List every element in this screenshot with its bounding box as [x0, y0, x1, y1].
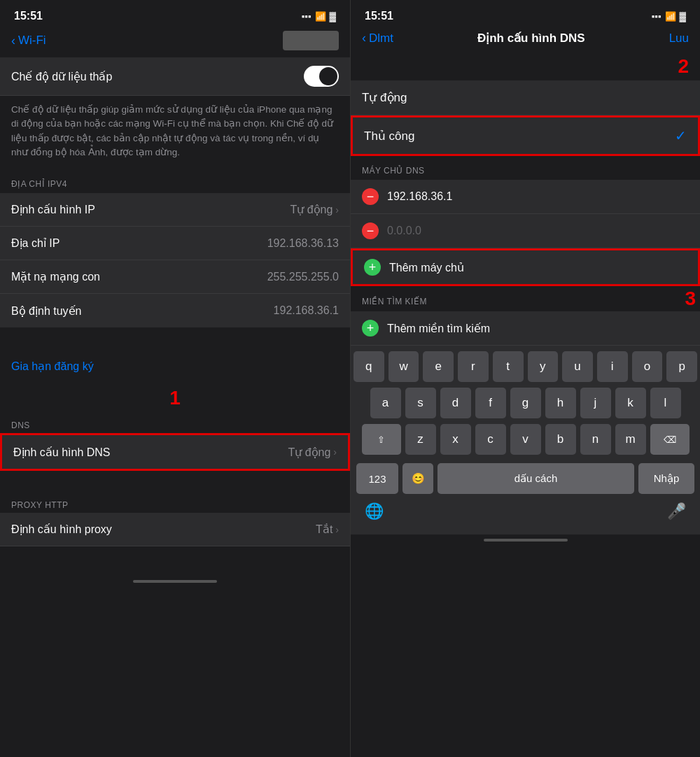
key-y[interactable]: y [528, 351, 559, 382]
ip-address-label: Địa chỉ IP [11, 236, 59, 250]
dns-minus-2-icon[interactable] [362, 222, 379, 239]
key-p[interactable]: p [666, 351, 697, 382]
key-q[interactable]: q [354, 351, 384, 382]
key-123[interactable]: 123 [356, 463, 398, 494]
search-domain-header: MIỀN TÌM KIẾM 3 [351, 286, 700, 311]
key-f[interactable]: f [475, 388, 506, 418]
right-save-button[interactable]: Luu [669, 31, 689, 45]
right-signal-icon: ▪▪▪ [652, 11, 662, 22]
add-domain-plus-icon[interactable] [362, 320, 379, 337]
right-back-chevron: ‹ [362, 31, 366, 45]
manual-label: Thủ công [364, 129, 414, 143]
left-home-indicator [133, 580, 217, 583]
add-domain-label: Thêm miền tìm kiếm [387, 322, 490, 335]
keyboard-row-2: a s d f g h j k l [354, 388, 697, 418]
key-o[interactable]: o [632, 351, 663, 382]
left-back-chevron: ‹ [11, 34, 15, 48]
add-server-plus-icon[interactable] [364, 259, 381, 276]
key-t[interactable]: t [493, 351, 524, 382]
key-r[interactable]: r [458, 351, 489, 382]
key-enter[interactable]: Nhập [638, 463, 694, 494]
annotation-1-container: 1 [0, 383, 350, 413]
annotation-2: 2 [673, 54, 693, 79]
mode-cells: Tự động Thủ công ✓ [351, 80, 700, 156]
right-wifi-icon: 📶 [665, 11, 676, 22]
key-w[interactable]: w [388, 351, 419, 382]
annotation-1: 1 [165, 385, 185, 411]
ip-address-value: 192.168.36.13 [267, 237, 339, 250]
key-s[interactable]: s [405, 388, 436, 418]
right-back-button[interactable]: ‹ Dlmt [362, 31, 393, 45]
dns-config-value: Tự động › [288, 446, 337, 459]
key-v[interactable]: v [510, 424, 541, 455]
dns-server-list: 192.168.36.1 0.0.0.0 [351, 180, 700, 248]
gap-2 [0, 471, 350, 493]
ipv4-cells: Định cấu hình IP Tự động › Địa chỉ IP 19… [0, 193, 350, 327]
proxy-config-value: Tắt › [316, 523, 339, 536]
keyboard-globe-row: 🌐 🎤 [354, 500, 697, 532]
proxy-config-cell[interactable]: Định cấu hình proxy Tắt › [0, 513, 350, 546]
right-status-icons: ▪▪▪ 📶 ▓ [652, 11, 686, 22]
key-e[interactable]: e [423, 351, 454, 382]
key-j[interactable]: j [580, 388, 611, 418]
dns-minus-1-icon[interactable] [362, 188, 379, 205]
left-nav-placeholder [283, 31, 339, 50]
add-server-outline: Thêm máy chủ [351, 248, 700, 286]
microphone-icon[interactable]: 🎤 [667, 502, 686, 521]
add-server-cell[interactable]: Thêm máy chủ [353, 250, 698, 284]
dns-outline: Định cấu hình DNS Tự động › [0, 433, 350, 471]
config-ip-cell[interactable]: Định cấu hình IP Tự động › [0, 193, 350, 227]
subnet-cell[interactable]: Mặt nạ mạng con 255.255.255.0 [0, 260, 350, 294]
key-k[interactable]: k [615, 388, 646, 418]
checkmark-icon: ✓ [675, 127, 687, 144]
keyboard[interactable]: q w e r t y u i o p a s d f g h j k [351, 346, 700, 535]
right-scroll-content[interactable]: 2 Tự động Thủ công ✓ MÁY CHỦ DNS 192.168… [351, 52, 700, 757]
key-space[interactable]: dấu cách [438, 463, 634, 494]
key-delete[interactable]: ⌫ [650, 424, 690, 455]
left-back-button[interactable]: ‹ Wi-Fi [11, 34, 46, 48]
automatic-mode-cell[interactable]: Tự động [351, 80, 700, 115]
proxy-section-label: PROXY HTTP [0, 493, 350, 513]
config-ip-label: Định cấu hình IP [11, 203, 95, 216]
right-panel: 15:51 ▪▪▪ 📶 ▓ ‹ Dlmt Định cấu hình DNS L… [350, 0, 700, 757]
signal-icon: ▪▪▪ [302, 11, 312, 22]
battery-icon: ▓ [330, 11, 336, 22]
key-a[interactable]: a [370, 388, 401, 418]
router-label: Bộ định tuyến [11, 304, 82, 318]
annotation-3: 3 [680, 286, 700, 311]
renew-cell[interactable]: Gia hạn đăng ký [0, 350, 350, 383]
chevron-right-icon: › [335, 204, 339, 215]
low-data-description: Chế độ dữ liệu thấp giúp giảm mức sử dụn… [0, 96, 350, 169]
key-d[interactable]: d [440, 388, 471, 418]
key-n[interactable]: n [580, 424, 611, 455]
low-data-toggle[interactable] [304, 66, 339, 87]
low-data-label: Chế độ dữ liệu thấp [11, 70, 112, 83]
key-b[interactable]: b [545, 424, 576, 455]
key-c[interactable]: c [475, 424, 506, 455]
key-h[interactable]: h [545, 388, 576, 418]
key-m[interactable]: m [615, 424, 646, 455]
ip-address-cell[interactable]: Địa chỉ IP 192.168.36.13 [0, 227, 350, 260]
manual-mode-cell[interactable]: Thủ công ✓ [353, 118, 698, 154]
dns-config-cell[interactable]: Định cấu hình DNS Tự động › [2, 435, 348, 469]
right-back-label: Dlmt [369, 31, 393, 45]
key-shift[interactable]: ⇧ [362, 424, 401, 455]
key-z[interactable]: z [405, 424, 436, 455]
key-x[interactable]: x [440, 424, 471, 455]
dns-server-2[interactable]: 0.0.0.0 [351, 214, 700, 248]
add-domain-cell[interactable]: Thêm miền tìm kiếm [351, 311, 700, 346]
key-emoji[interactable]: 😊 [402, 463, 433, 494]
left-scroll-content[interactable]: Chế độ dữ liệu thấp Chế độ dữ liệu thấp … [0, 57, 350, 757]
gap-1 [0, 327, 350, 350]
low-data-toggle-cell[interactable]: Chế độ dữ liệu thấp [0, 57, 350, 96]
automatic-label: Tự động [362, 90, 407, 105]
left-back-label: Wi-Fi [18, 34, 46, 48]
key-i[interactable]: i [597, 351, 628, 382]
router-cell[interactable]: Bộ định tuyến 192.168.36.1 [0, 294, 350, 327]
globe-icon[interactable]: 🌐 [365, 502, 384, 521]
key-g[interactable]: g [510, 388, 541, 418]
key-l[interactable]: l [650, 388, 681, 418]
key-u[interactable]: u [562, 351, 593, 382]
left-nav-bar: ‹ Wi-Fi [0, 28, 350, 57]
dns-server-1[interactable]: 192.168.36.1 [351, 180, 700, 214]
